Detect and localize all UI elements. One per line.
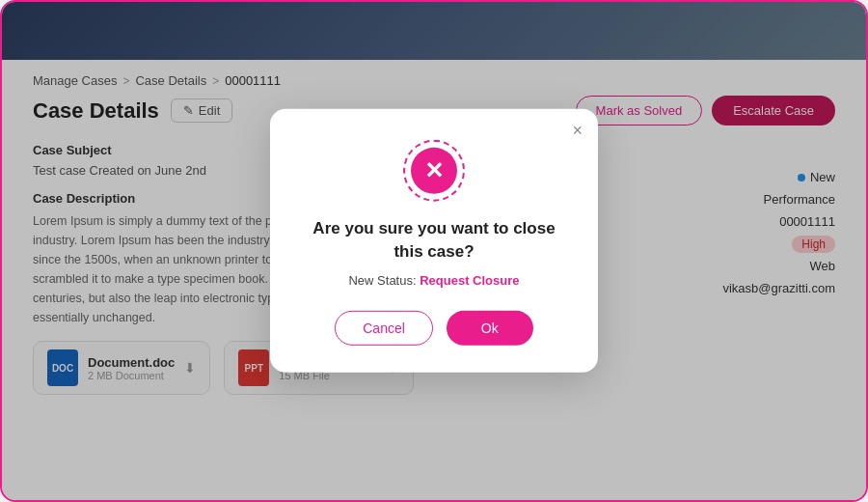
- modal-subtitle-prefix: New Status:: [348, 272, 420, 287]
- modal-subtitle: New Status: Request Closure: [305, 272, 563, 287]
- modal-close-icon: ✕: [411, 148, 457, 194]
- modal-cancel-button[interactable]: Cancel: [335, 310, 433, 345]
- modal-status-link: Request Closure: [420, 272, 519, 287]
- modal-icon-circle: ✕: [403, 140, 465, 202]
- modal-close-button[interactable]: ×: [572, 121, 583, 141]
- modal-buttons: Cancel Ok: [305, 310, 563, 345]
- outer-frame: Manage Cases > Case Details > 00001111 C…: [0, 0, 868, 502]
- confirmation-modal: × ✕ Are you sure you want to close this …: [270, 109, 598, 373]
- modal-ok-button[interactable]: Ok: [447, 310, 533, 345]
- modal-title: Are you sure you want to close this case…: [305, 217, 563, 264]
